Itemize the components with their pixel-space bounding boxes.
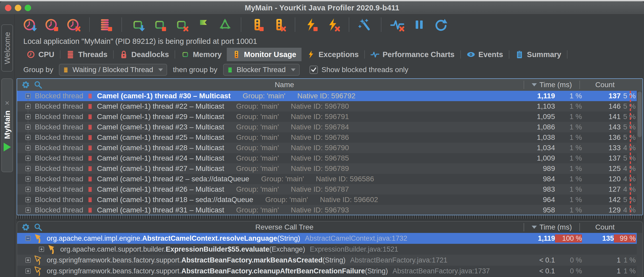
panel-splitter[interactable]	[17, 215, 643, 221]
calltree-row[interactable]: org.springframework.beans.factory.suppor…	[17, 266, 642, 276]
tab-label: Performance Charts	[382, 50, 454, 59]
thread-row[interactable]: Blocked threadCamel (camel-1) thread #31…	[17, 205, 642, 215]
name-column-header[interactable]: Name	[45, 81, 524, 89]
blocked-thread-icon	[87, 176, 93, 182]
blocked-thread-icon	[87, 155, 93, 162]
thread-row[interactable]: Blocked threadCamel (camel-1) thread #25…	[17, 132, 642, 143]
group-by-value: Waiting / Blocked Thread	[72, 66, 153, 74]
expand-icon[interactable]	[25, 166, 31, 171]
tab-divider	[175, 50, 175, 59]
expand-icon[interactable]	[25, 145, 31, 150]
exceptions-stop-button[interactable]	[304, 17, 319, 32]
monitor-clear-button[interactable]	[271, 17, 286, 32]
cpu-stop-button[interactable]	[44, 17, 59, 32]
threads-table-rows: Blocked threadCamel (camel-1) thread #30…	[17, 91, 642, 215]
thread-native-id: Native ID: 596780	[291, 102, 349, 110]
refresh-button[interactable]	[433, 17, 448, 32]
mymain-tab[interactable]: × MyMain	[1, 78, 13, 172]
thread-name: Camel (camel-1) thread #23 – Multicast	[97, 123, 224, 131]
telemetry-clear-button[interactable]	[390, 17, 405, 32]
thread-row[interactable]: Blocked threadCamel (camel-1) thread #28…	[17, 143, 642, 153]
group-by-select[interactable]: Waiting / Blocked Thread	[59, 64, 167, 76]
expand-icon[interactable]	[25, 114, 31, 119]
tab-summary[interactable]: Summary	[510, 48, 566, 61]
thread-row[interactable]: Blocked threadCamel (camel-1) thread #18…	[17, 195, 642, 205]
scrollbar-thumb[interactable]	[638, 92, 642, 137]
monitor-stop-button[interactable]	[250, 17, 265, 32]
expand-icon[interactable]	[25, 135, 31, 140]
thread-group: Group: 'main'	[236, 113, 279, 121]
time-column-header[interactable]: Time (ms)	[524, 81, 579, 89]
search-button[interactable]	[34, 223, 43, 232]
thread-native-id: Native ID: 596602	[320, 196, 378, 204]
thread-row[interactable]: Blocked threadCamel (camel-1) thread #29…	[17, 112, 642, 122]
thread-prefix: Blocked thread	[35, 113, 83, 121]
expand-icon[interactable]	[25, 207, 31, 213]
calltree-row[interactable]: org.apache.camel.support.builder.Express…	[17, 244, 642, 255]
memory-stop-button[interactable]	[152, 17, 167, 32]
thread-group: Group: 'main'	[236, 164, 279, 173]
settings-gear-button[interactable]	[21, 80, 30, 89]
exceptions-clear-button[interactable]	[325, 17, 340, 32]
thread-row[interactable]: Blocked threadCamel (camel-1) thread #26…	[17, 184, 642, 195]
cpu-clear-button[interactable]	[66, 17, 81, 32]
time-column-header[interactable]: Time (ms)	[524, 223, 579, 231]
threads-stop-button[interactable]	[98, 17, 113, 32]
thread-row[interactable]: Blocked threadCamel (camel-1) thread #24…	[17, 153, 642, 163]
force-gc-button[interactable]	[217, 17, 232, 32]
time-value: 958	[529, 206, 555, 214]
expand-icon[interactable]	[39, 247, 44, 252]
scrollbar-track[interactable]	[637, 233, 642, 277]
expand-icon[interactable]	[25, 104, 31, 109]
inspections-wand-button[interactable]	[358, 17, 373, 32]
thread-row[interactable]: Blocked threadCamel (camel-1) thread #23…	[17, 122, 642, 132]
settings-gear-button[interactable]	[21, 223, 30, 232]
cpu-start-button[interactable]	[22, 17, 37, 32]
calltree-row[interactable]: org.apache.camel.impl.engine.AbstractCam…	[17, 233, 642, 244]
count-value: 125	[585, 164, 621, 173]
count-value: 136	[585, 133, 621, 142]
search-button[interactable]	[34, 80, 43, 89]
tab-exceptions[interactable]: Exceptions	[302, 48, 364, 61]
expand-icon[interactable]	[25, 268, 31, 274]
show-blocked-threads-checkbox[interactable]	[310, 66, 318, 74]
count-column-header[interactable]: Count	[579, 223, 630, 231]
thread-row[interactable]: Blocked threadCamel (camel-1) thread #27…	[17, 163, 642, 174]
then-group-by-select[interactable]: Blocker Thread	[223, 64, 300, 76]
calltree-row[interactable]: org.springframework.beans.factory.suppor…	[17, 255, 642, 266]
tab-deadlocks[interactable]: Deadlocks	[114, 48, 174, 61]
scrollbar-track[interactable]	[637, 91, 642, 215]
collapse-icon[interactable]	[25, 236, 31, 241]
thread-row[interactable]: Blocked threadCamel (camel-1) thread #22…	[17, 101, 642, 112]
tab-cpu[interactable]: CPU	[21, 48, 59, 61]
expand-icon[interactable]	[25, 258, 31, 263]
expand-icon[interactable]	[25, 187, 31, 192]
memory-start-button[interactable]	[130, 17, 145, 32]
time-percent: 1 %	[555, 123, 582, 131]
expand-icon[interactable]	[25, 156, 31, 161]
reverse-call-icon	[34, 266, 44, 276]
expand-icon[interactable]	[25, 197, 31, 202]
tab-events[interactable]: Events	[461, 48, 508, 61]
count-percent: 5 %	[621, 113, 636, 121]
tab-monitor-usage[interactable]: Monitor Usage	[227, 48, 301, 61]
tab-memory[interactable]: Memory	[176, 48, 227, 61]
time-value: 1,086	[529, 123, 555, 131]
thread-row[interactable]: Blocked threadCamel (camel-1) thread #2 …	[17, 174, 642, 184]
tab-threads[interactable]: Threads	[61, 48, 113, 61]
count-column-header[interactable]: Count	[579, 81, 630, 89]
time-percent: 1 %	[555, 102, 582, 110]
close-session-icon[interactable]: ×	[5, 99, 10, 107]
welcome-tab[interactable]: Welcome	[1, 24, 13, 72]
snapshot-flag-button[interactable]	[196, 17, 211, 32]
expand-icon[interactable]	[25, 93, 31, 99]
time-percent: 1 %	[555, 144, 582, 152]
memory-clear-button[interactable]	[174, 17, 189, 32]
count-percent: 5 %	[621, 92, 636, 100]
pause-button[interactable]	[412, 17, 427, 32]
thread-row[interactable]: Blocked threadCamel (camel-1) thread #30…	[17, 91, 642, 101]
expand-icon[interactable]	[25, 176, 31, 182]
expand-icon[interactable]	[25, 124, 31, 130]
profiling-status-text: Local application "MyMain" (PID 89212) i…	[15, 35, 644, 48]
tab-performance-charts[interactable]: Performance Charts	[365, 48, 460, 61]
